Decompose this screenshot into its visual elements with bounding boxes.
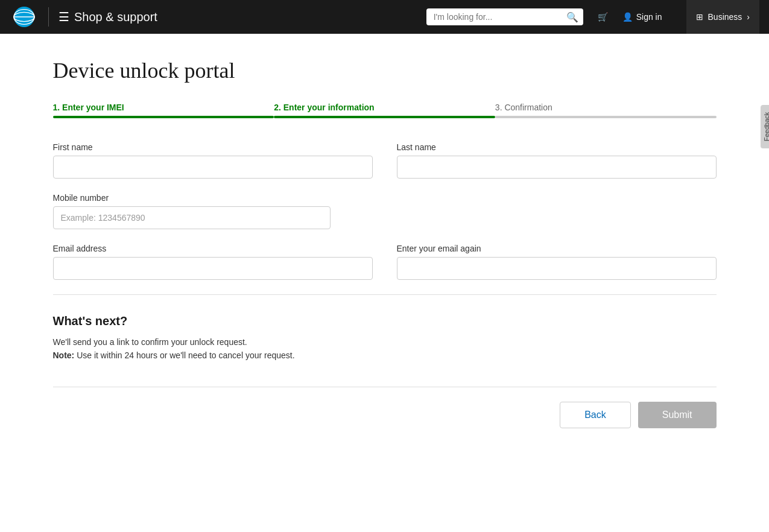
business-label: Business <box>708 12 742 22</box>
shop-support-label: Shop & support <box>74 10 157 24</box>
navbar-divider <box>48 7 49 27</box>
stepper: 1. Enter your IMEI 2. Enter your informa… <box>53 103 717 118</box>
name-row: First name Last name <box>53 142 717 179</box>
feedback-button[interactable]: Feedback <box>761 105 769 148</box>
main-content: Device unlock portal 1. Enter your IMEI … <box>41 34 729 452</box>
person-icon: 👤 <box>622 12 633 22</box>
page-title: Device unlock portal <box>53 58 717 83</box>
step-3-label: 3. Confirmation <box>495 103 717 112</box>
navbar-actions: 🛒 👤 Sign in ⊞ Business › <box>598 0 759 34</box>
first-name-label: First name <box>53 142 373 152</box>
last-name-group: Last name <box>397 142 717 179</box>
chevron-right-icon: › <box>747 12 750 22</box>
cart-icon: 🛒 <box>598 12 608 22</box>
business-button[interactable]: ⊞ Business › <box>686 0 759 34</box>
form-section: First name Last name Mobile number Email… <box>53 142 717 280</box>
hamburger-icon: ☰ <box>59 10 69 24</box>
step-1-label: 1. Enter your IMEI <box>53 103 274 112</box>
step-2-label: 2. Enter your information <box>274 103 495 112</box>
att-logo[interactable] <box>10 2 39 31</box>
email-group: Email address <box>53 244 373 280</box>
whats-next-line1: We'll send you a link to confirm your un… <box>53 337 247 347</box>
step-3: 3. Confirmation <box>495 103 717 118</box>
search-input[interactable] <box>426 8 583 25</box>
form-footer-divider <box>53 387 717 387</box>
step-2: 2. Enter your information <box>274 103 495 118</box>
step-1-bar <box>53 116 274 118</box>
search-bar: 🔍 <box>426 8 583 25</box>
first-name-input[interactable] <box>53 156 373 179</box>
shop-support-menu[interactable]: ☰ Shop & support <box>59 10 157 24</box>
form-buttons: Back Submit <box>53 402 717 428</box>
last-name-label: Last name <box>397 142 717 152</box>
step-2-bar <box>274 116 495 118</box>
whats-next-title: What's next? <box>53 314 717 328</box>
first-name-group: First name <box>53 142 373 179</box>
mobile-number-input[interactable] <box>53 206 331 229</box>
note-text: Use it within 24 hours or we'll need to … <box>74 350 294 360</box>
step-3-bar <box>495 116 717 118</box>
mobile-number-group: Mobile number <box>53 193 331 229</box>
email-confirm-group: Enter your email again <box>397 244 717 280</box>
last-name-input[interactable] <box>397 156 717 179</box>
mobile-row: Mobile number <box>53 193 717 229</box>
email-label: Email address <box>53 244 373 253</box>
form-divider <box>53 294 717 295</box>
building-icon: ⊞ <box>696 12 703 22</box>
signin-label: Sign in <box>636 12 662 22</box>
search-icon[interactable]: 🔍 <box>566 11 578 23</box>
signin-button[interactable]: 👤 Sign in <box>622 12 662 22</box>
feedback-label: Feedback <box>763 112 769 141</box>
back-button[interactable]: Back <box>560 402 631 428</box>
navbar: ☰ Shop & support 🔍 🛒 👤 Sign in ⊞ Busines… <box>0 0 769 34</box>
note-label: Note: <box>53 350 75 360</box>
email-confirm-input[interactable] <box>397 257 717 280</box>
email-row: Email address Enter your email again <box>53 244 717 280</box>
email-confirm-label: Enter your email again <box>397 244 717 253</box>
whats-next-text: We'll send you a link to confirm your un… <box>53 335 717 363</box>
cart-button[interactable]: 🛒 <box>598 12 608 22</box>
mobile-number-label: Mobile number <box>53 193 331 203</box>
submit-button[interactable]: Submit <box>638 402 717 428</box>
whats-next-section: What's next? We'll send you a link to co… <box>53 314 717 363</box>
email-input[interactable] <box>53 257 373 280</box>
step-1: 1. Enter your IMEI <box>53 103 274 118</box>
